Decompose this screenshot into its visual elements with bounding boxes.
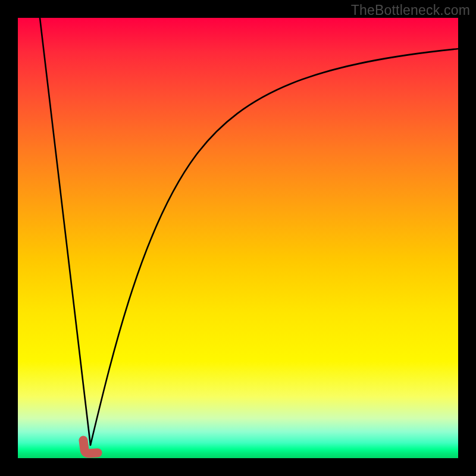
chart-frame: TheBottleneck.com [0,0,476,476]
curve-left-branch [40,18,90,445]
watermark-text: TheBottleneck.com [351,2,470,18]
curve-right-branch [90,49,458,445]
plot-area [18,18,458,458]
curve-layer [18,18,458,458]
